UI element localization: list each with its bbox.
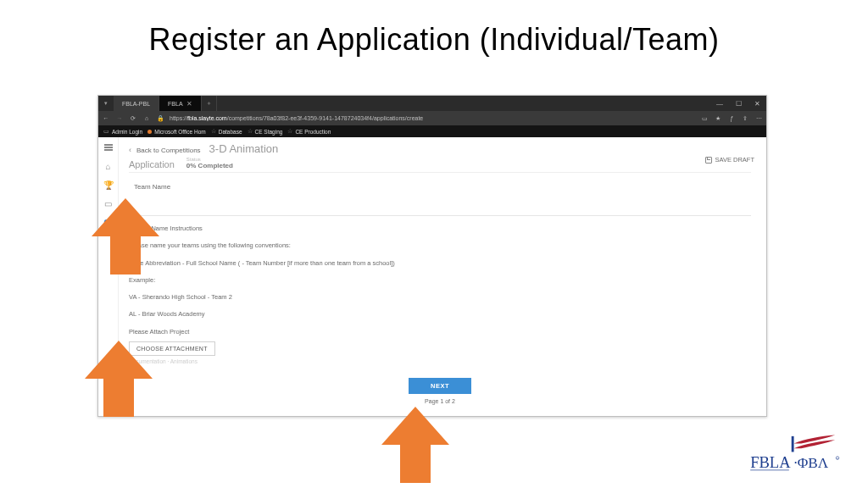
competition-title: 3-D Animation (209, 142, 279, 155)
fbla-pbl-logo: FBLA ·ΦBΛ R (744, 434, 846, 476)
group-icon[interactable]: 👥 (103, 217, 114, 227)
ms-icon (147, 130, 152, 134)
bookmarks-bar: ▭Admin Login Microsoft Office Hom ☆Datab… (98, 125, 766, 137)
choose-attachment-button[interactable]: CHOOSE ATTACHMENT (129, 341, 215, 356)
tab-active[interactable]: FBLA ✕ (159, 96, 202, 111)
share-icon[interactable]: ⇪ (741, 115, 749, 122)
section-label: Application (129, 159, 175, 169)
bookmark-label: Database (219, 129, 242, 135)
instructions-text: VA - Sherando High School - Team 2 (129, 292, 751, 302)
svg-rect-3 (792, 436, 794, 452)
back-to-competitions-link[interactable]: Back to Competitions (136, 147, 201, 154)
instructions-text: Example: (129, 275, 751, 285)
team-name-label: Team Name (129, 183, 751, 191)
star-icon: ☆ (248, 128, 253, 135)
attachment-hint: Documentation · Animations (129, 358, 751, 364)
minimize-button[interactable]: — (710, 96, 729, 111)
reader-icon[interactable]: ▭ (700, 115, 709, 122)
menu-icon[interactable] (103, 142, 114, 152)
svg-text:·ΦBΛ: ·ΦBΛ (794, 455, 829, 471)
bookmark-item[interactable]: Microsoft Office Hom (147, 129, 206, 135)
url-domain: fbla.slayte.com (187, 115, 227, 121)
back-icon[interactable]: ← (102, 115, 110, 121)
bookmark-label: Admin Login (112, 129, 142, 135)
bookmark-label: Microsoft Office Hom (154, 129, 206, 135)
url-path: /competitions/78a03f82-ee3f-4359-9141-14… (227, 115, 424, 121)
side-rail: ⌂ 🏆 ▭ 👥 (98, 137, 119, 416)
close-icon[interactable]: ✕ (186, 100, 192, 108)
bookmark-label: CE Staging (255, 129, 283, 135)
tab-history-icon[interactable]: ▾ (98, 96, 114, 111)
page-indicator: Page 1 of 2 (129, 398, 751, 404)
close-window-button[interactable]: ✕ (748, 96, 766, 111)
favorite-icon[interactable]: ★ (714, 115, 722, 122)
svg-marker-2 (381, 407, 449, 483)
bookmark-item[interactable]: ☆CE Production (287, 128, 331, 135)
next-button[interactable]: NEXT (409, 378, 471, 394)
tab-label: FBLA (168, 101, 183, 107)
tab-bar: ▾ FBLA-PBL FBLA ✕ ＋ — ☐ ✕ (98, 96, 766, 111)
instructions-text: Please name your teams using the followi… (129, 241, 751, 250)
main-panel: ‹ Back to Competitions 3-D Animation App… (119, 137, 766, 416)
save-icon (705, 157, 712, 164)
url-field[interactable]: https://fbla.slayte.com/competitions/78a… (170, 115, 695, 121)
instructions-block: Team Name Instructions Please name your … (129, 224, 751, 336)
notes-icon[interactable]: ƒ (727, 115, 736, 121)
attach-label: Please Attach Project (129, 327, 751, 336)
maximize-button[interactable]: ☐ (729, 96, 748, 111)
trophy-icon[interactable]: 🏆 (103, 180, 114, 190)
save-draft-label: SAVE DRAFT (715, 156, 754, 164)
callout-arrow (381, 407, 449, 483)
tab-inactive[interactable]: FBLA-PBL (114, 96, 159, 111)
chevron-left-icon: ‹ (129, 146, 131, 154)
status-value: 0% Completed (186, 162, 233, 169)
star-icon: ☆ (211, 128, 216, 135)
tab-label: FBLA-PBL (122, 101, 150, 107)
instructions-header: Team Name Instructions (129, 224, 751, 233)
card-icon[interactable]: ▭ (103, 198, 114, 208)
refresh-icon[interactable]: ⟳ (129, 115, 137, 122)
address-bar: ← → ⟳ ⌂ 🔒 https://fbla.slayte.com/compet… (98, 111, 766, 125)
home-icon[interactable]: ⌂ (142, 115, 151, 121)
new-tab-button[interactable]: ＋ (202, 96, 217, 111)
team-name-input[interactable] (129, 199, 751, 216)
bookmark-item[interactable]: ☆Database (211, 128, 242, 135)
more-icon[interactable]: ⋯ (754, 115, 763, 122)
slide-title: Register an Application (Individual/Team… (0, 22, 868, 58)
star-icon: ☆ (287, 128, 292, 135)
bookmark-label: CE Production (295, 129, 331, 135)
forward-icon[interactable]: → (115, 115, 124, 121)
svg-text:FBLA: FBLA (750, 453, 791, 471)
home-icon[interactable]: ⌂ (103, 161, 114, 171)
instructions-text: State Abbreviation - Full School Name ( … (129, 258, 751, 268)
page-icon: ▭ (103, 128, 109, 135)
bookmark-item[interactable]: ☆CE Staging (248, 128, 283, 135)
instructions-text: AL - Briar Woods Academy (129, 309, 751, 319)
url-scheme: https:// (170, 115, 187, 121)
bookmark-item[interactable]: ▭Admin Login (103, 128, 142, 135)
save-draft-button[interactable]: SAVE DRAFT (705, 156, 754, 164)
page-content: ⌂ 🏆 ▭ 👥 ‹ Back to Competitions 3-D Anima… (98, 137, 766, 416)
browser-window: ▾ FBLA-PBL FBLA ✕ ＋ — ☐ ✕ ← → ⟳ ⌂ 🔒 (97, 95, 767, 417)
lock-icon: 🔒 (156, 115, 164, 122)
